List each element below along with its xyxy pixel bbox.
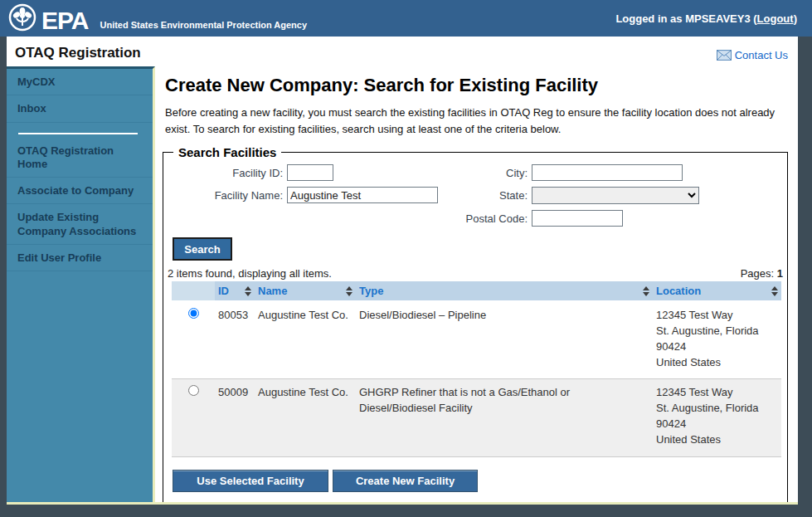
postal-code-input[interactable] — [532, 210, 623, 227]
sort-icon[interactable] — [245, 286, 251, 296]
results-summary: 2 items found, displaying all items. — [168, 267, 332, 280]
agency-name-text: United States Environmental Protection A… — [100, 20, 307, 30]
envelope-icon — [717, 50, 732, 61]
facility-actions: Use Selected Facility Create New Facilit… — [173, 470, 784, 492]
contact-us-link[interactable]: Contact Us — [717, 49, 788, 61]
sort-icon[interactable] — [643, 286, 649, 296]
sidebar-item-associate-to-company[interactable]: Associate to Company — [7, 178, 153, 204]
column-header-id[interactable]: ID — [215, 281, 255, 301]
sidebar-item-update-existing-company-associations[interactable]: Update Existing Company Associations — [7, 204, 153, 245]
state-label: State: — [440, 189, 532, 202]
logged-in-prefix: Logged in as MPSEAVEY3 ( — [615, 12, 756, 25]
sort-icon[interactable] — [771, 286, 778, 296]
column-label-location[interactable]: Location — [656, 285, 701, 297]
location-line: St. Augustine, Florida — [656, 324, 778, 339]
pages-label: Pages: — [741, 267, 774, 280]
location-line: 12345 Test Way — [656, 385, 778, 401]
facility-radio-80053[interactable] — [188, 308, 199, 319]
results-summary-bar: 2 items found, displaying all items. Pag… — [168, 267, 783, 280]
sidebar-item-mycdx[interactable]: MyCDX — [7, 69, 153, 95]
column-label-id[interactable]: ID — [218, 285, 229, 297]
column-label-type[interactable]: Type — [359, 285, 383, 297]
search-form: Facility ID: Facility Name: City: — [167, 164, 784, 232]
top-header-bar: EPA United States Environmental Protecti… — [0, 0, 812, 37]
sidebar-item-otaq-registration-home[interactable]: OTAQ Registration Home — [7, 138, 153, 178]
sort-icon[interactable] — [346, 286, 353, 296]
facility-location-cell: 12345 Test Way St. Augustine, Florida 90… — [653, 301, 781, 379]
search-facilities-fieldset: Search Facilities Facility ID: Facility … — [163, 145, 788, 502]
sidebar-divider — [18, 133, 138, 134]
epa-logo-text: EPA — [41, 8, 88, 33]
epa-flower-icon — [8, 3, 36, 32]
location-line: United States — [656, 355, 778, 371]
column-header-name[interactable]: Name — [255, 281, 356, 301]
body-row: MyCDX Inbox OTAQ Registration Home Assoc… — [7, 66, 798, 505]
page-number: 1 — [777, 267, 783, 280]
sidebar-item-inbox[interactable]: Inbox — [7, 95, 153, 122]
sidebar-nav: MyCDX Inbox OTAQ Registration Home Assoc… — [7, 66, 155, 502]
contact-us-label: Contact Us — [735, 49, 788, 61]
app-title-band: OTAQ Registration Contact Us — [7, 37, 798, 66]
postal-code-label: Postal Code: — [440, 212, 532, 225]
footer-bar — [0, 505, 812, 517]
facility-name-label: Facility Name: — [167, 189, 287, 202]
main-content: Create New Company: Search for Existing … — [155, 66, 798, 502]
search-button[interactable]: Search — [173, 237, 232, 261]
epa-logo: EPA United States Environmental Protecti… — [8, 3, 307, 33]
column-header-type[interactable]: Type — [356, 281, 653, 301]
column-header-location[interactable]: Location — [653, 281, 781, 301]
table-header-row: ID Name Type Location — [172, 281, 781, 301]
facility-id-label: Facility ID: — [167, 167, 287, 179]
location-line: 90424 — [656, 339, 778, 355]
create-new-facility-button[interactable]: Create New Facility — [333, 470, 478, 492]
state-select[interactable] — [532, 187, 699, 204]
sidebar-item-edit-user-profile[interactable]: Edit User Profile — [7, 245, 153, 271]
location-line: St. Augustine, Florida — [656, 401, 778, 417]
facility-id-cell: 50009 — [215, 379, 255, 456]
logout-link[interactable]: Logout — [757, 12, 794, 25]
location-line: United States — [656, 432, 778, 448]
facility-type-cell: GHGRP Refiner that is not a Gas/Ethanol … — [356, 379, 653, 456]
use-selected-facility-button[interactable]: Use Selected Facility — [173, 470, 328, 492]
search-facilities-legend: Search Facilities — [173, 145, 281, 159]
location-line: 12345 Test Way — [656, 308, 778, 324]
facility-name-input[interactable] — [287, 187, 438, 203]
location-line: 90424 — [656, 417, 778, 432]
city-label: City: — [440, 167, 532, 179]
app-title: OTAQ Registration — [15, 45, 141, 61]
facility-name-cell: Augustine Test Co. — [255, 379, 356, 456]
page: EPA United States Environmental Protecti… — [0, 0, 812, 517]
logged-in-status: Logged in as MPSEAVEY3 (Logout) — [615, 12, 797, 25]
facility-radio-50009[interactable] — [188, 385, 199, 396]
facility-type-cell: Diesel/Biodiesel – Pipeline — [356, 301, 653, 379]
city-input[interactable] — [532, 164, 683, 181]
facility-row-50009: 50009 Augustine Test Co. GHGRP Refiner t… — [172, 379, 781, 456]
facility-name-cell: Augustine Test Co. — [255, 301, 356, 379]
facility-location-cell: 12345 Test Way St. Augustine, Florida 90… — [653, 379, 781, 456]
intro-text: Before creating a new facility, you must… — [165, 105, 783, 137]
radio-column-header — [172, 281, 215, 301]
facility-results-table: ID Name Type Location 80053 Augustine Te… — [172, 281, 781, 457]
logged-in-suffix: ) — [794, 12, 797, 25]
facility-row-80053: 80053 Augustine Test Co. Diesel/Biodiese… — [172, 301, 781, 379]
column-label-name[interactable]: Name — [258, 285, 287, 297]
facility-id-input[interactable] — [287, 164, 333, 181]
facility-id-cell: 80053 — [215, 301, 255, 379]
pagination: Pages: 1 — [741, 267, 783, 280]
page-title: Create New Company: Search for Existing … — [165, 75, 798, 96]
